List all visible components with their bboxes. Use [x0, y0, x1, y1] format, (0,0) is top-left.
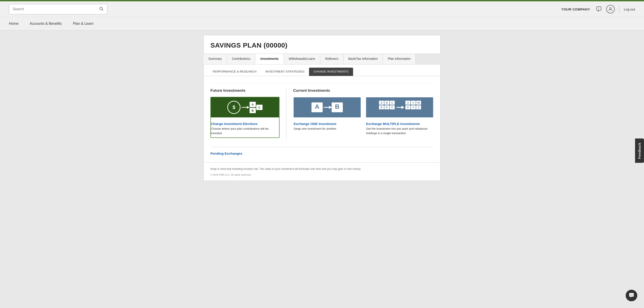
company-name: YOUR COMPANY [561, 7, 590, 11]
change-elections-desc: Choose where your plan contributions wil… [211, 127, 279, 135]
svg-text:B: B [252, 109, 254, 112]
investments-grid: Future Investments $ [210, 88, 434, 140]
pending-exchanges-link[interactable]: Pending Exchanges [210, 152, 242, 155]
tab-rollovers[interactable]: Rollovers [320, 54, 343, 64]
svg-text:D: D [380, 106, 382, 109]
content-area: Future Investments $ [204, 76, 440, 162]
svg-text:A: A [380, 101, 382, 104]
change-elections-title[interactable]: Change Investment Elections [211, 122, 279, 126]
main-nav: Home Accounts & Benefits Plan & Learn [0, 17, 644, 31]
header-icons: ? [594, 5, 615, 13]
header-right: YOUR COMPANY ? Log out [561, 5, 635, 13]
main-tabs: Summary Contributions Investments Withdr… [204, 54, 440, 64]
current-investments-title: Current Investments [293, 88, 434, 93]
chat-bubble-button[interactable] [626, 290, 637, 301]
exchange-one-desc: Swap one investment for another. [294, 127, 361, 131]
svg-text:B: B [386, 101, 388, 104]
header-divider [619, 6, 620, 12]
svg-text:A: A [315, 103, 319, 110]
svg-point-0 [100, 7, 102, 10]
exchange-multiple-title[interactable]: Exchange MULTIPLE Investments [366, 122, 433, 126]
pending-section: Pending Exchanges [210, 147, 434, 155]
plan-title-area: SAVINGS PLAN (00000) [204, 35, 440, 54]
current-investments-section: Current Investments A [286, 88, 434, 140]
tab-investments[interactable]: Investments [255, 54, 284, 64]
plan-title: SAVINGS PLAN (00000) [210, 41, 434, 49]
exchange-multiple-image: A B C D E [366, 97, 433, 117]
exchange-multiple-content: Exchange MULTIPLE Investments Get the in… [366, 117, 433, 138]
exchange-one-card[interactable]: A B [293, 97, 361, 138]
sub-tab-change[interactable]: CHANGE INVESTMENTS [309, 68, 353, 76]
current-cards-grid: A B [293, 97, 434, 140]
copyright-text: © 2023 FMR LLC. All rights reserved. [210, 173, 434, 176]
svg-text:F: F [392, 106, 393, 109]
sub-tab-strategies[interactable]: INVESTMENT STRATEGIES [261, 68, 309, 76]
search-input[interactable] [13, 7, 99, 11]
help-chat-icon[interactable]: ? [594, 5, 603, 13]
exchange-one-image: A B [294, 97, 361, 117]
exchange-one-content: Exchange ONE Investment Swap one investm… [294, 117, 361, 133]
change-elections-card[interactable]: $ A B C [210, 97, 280, 138]
tab-summary[interactable]: Summary [204, 54, 227, 64]
svg-text:C: C [258, 106, 260, 109]
disclaimer-text: Keep in mind that investing involves ris… [210, 167, 434, 171]
svg-text:Y: Y [412, 106, 414, 109]
logout-button[interactable]: Log out [624, 7, 635, 11]
svg-marker-7 [247, 106, 250, 109]
exchange-one-title[interactable]: Exchange ONE Investment [294, 122, 361, 126]
tab-bank-tax[interactable]: Bank/Tax Information [344, 54, 383, 64]
svg-text:A: A [252, 103, 254, 106]
svg-text:Z: Z [418, 106, 420, 109]
future-investments-section: Future Investments $ [210, 88, 286, 140]
svg-text:W: W [418, 101, 420, 104]
svg-text:E: E [386, 106, 388, 109]
feedback-wrapper: Feedback [635, 139, 644, 164]
exchange-multiple-card[interactable]: A B C D E [366, 97, 434, 138]
header: YOUR COMPANY ? Log out [0, 1, 644, 17]
svg-text:B: B [335, 103, 340, 110]
future-investments-title: Future Investments [210, 88, 280, 93]
svg-text:V: V [412, 101, 414, 104]
svg-text:U: U [407, 101, 409, 104]
search-icon [99, 6, 104, 12]
disclaimer-area: Keep in mind that investing involves ris… [204, 162, 440, 181]
sub-tab-performance[interactable]: PERFORMANCE & RESEARCH [208, 68, 261, 76]
tab-plan-info[interactable]: Plan Information [383, 54, 416, 64]
content-divider [210, 83, 434, 83]
tab-contributions[interactable]: Contributions [227, 54, 256, 64]
nav-accounts-benefits[interactable]: Accounts & Benefits [30, 17, 62, 30]
svg-line-1 [102, 9, 103, 11]
nav-plan-learn[interactable]: Plan & Learn [73, 17, 94, 30]
svg-point-48 [632, 295, 633, 296]
svg-marker-33 [402, 106, 404, 109]
svg-point-46 [630, 295, 631, 296]
main-content: SAVINGS PLAN (00000) Summary Contributio… [204, 31, 440, 181]
change-elections-image: $ A B C [211, 97, 279, 117]
svg-text:X: X [407, 106, 409, 109]
search-bar[interactable] [9, 4, 107, 14]
tab-withdrawals[interactable]: Withdrawals/Loans [284, 54, 320, 64]
svg-marker-17 [329, 106, 332, 109]
nav-home[interactable]: Home [9, 17, 18, 30]
svg-text:$: $ [232, 104, 235, 110]
svg-point-3 [610, 7, 611, 9]
svg-text:?: ? [598, 7, 599, 9]
feedback-button[interactable]: Feedback [635, 139, 644, 163]
svg-point-47 [631, 295, 632, 296]
sub-tabs: PERFORMANCE & RESEARCH INVESTMENT STRATE… [204, 64, 440, 76]
exchange-multiple-desc: Get the investment mix you want and reba… [366, 127, 433, 135]
svg-text:C: C [391, 101, 393, 104]
change-elections-content: Change Investment Elections Choose where… [211, 117, 279, 138]
user-profile-icon[interactable] [606, 5, 615, 13]
